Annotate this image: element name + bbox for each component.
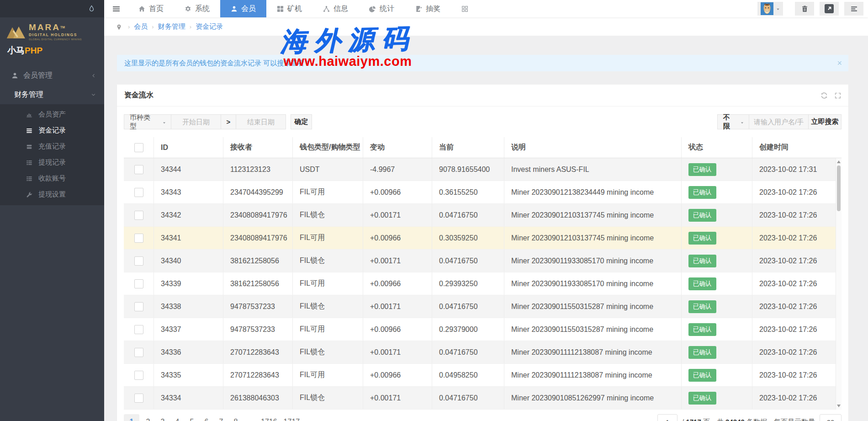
list-button[interactable]	[844, 2, 863, 16]
breadcrumb-member[interactable]: 会员	[134, 22, 148, 31]
nav-item-lottery[interactable]: 抽奖	[405, 0, 451, 17]
table-row: 34335270712283643FIL可用+0.009660.04958250…	[124, 364, 842, 387]
funds-flow-panel: 资金流水 币种类型 > 确定	[117, 85, 848, 421]
table-cell: 2023-10-02 17:26	[752, 341, 842, 363]
row-checkbox[interactable]	[134, 394, 143, 403]
scroll-down-arrow[interactable]	[837, 405, 841, 407]
search-input[interactable]	[749, 114, 809, 129]
currency-type-select[interactable]: 币种类型	[124, 114, 171, 129]
page-button-1716[interactable]: 1716	[259, 414, 279, 421]
row-checkbox[interactable]	[134, 371, 143, 380]
table-cell: 已确认	[682, 318, 752, 341]
page-button-3[interactable]: 3	[157, 414, 169, 421]
table-cell: 34341	[154, 227, 223, 249]
expand-icon[interactable]	[835, 91, 841, 100]
table-row: 3434223408089417976FIL锁仓+0.001710.047167…	[124, 204, 842, 227]
row-checkbox[interactable]	[134, 348, 143, 357]
menu-toggle-button[interactable]	[104, 5, 128, 13]
table-cell: 0.29379000	[432, 318, 504, 341]
miner-icon	[277, 5, 284, 12]
table-cell: 2023-10-02 17:26	[752, 387, 842, 409]
apps-icon	[461, 5, 468, 12]
sidebar-item-finance-management[interactable]: 财务管理	[0, 85, 104, 104]
select-all-checkbox[interactable]	[134, 143, 143, 152]
table-row: 34334261388046303FIL锁仓+0.001710.04716750…	[124, 387, 842, 410]
brand-logo[interactable]: MARATM DIGITAL HOLDINGS GLOBAL DIGITAL C…	[6, 23, 104, 41]
row-checkbox[interactable]	[134, 302, 143, 311]
sidebar-subitem-payment-accounts[interactable]: 收款账号	[0, 171, 104, 187]
table-cell: 已确认	[682, 387, 752, 409]
trash-button[interactable]	[795, 2, 814, 16]
subitem-label: 会员资产	[38, 110, 66, 119]
caret-down-icon	[740, 118, 744, 126]
page-size-select[interactable]: 20	[820, 414, 842, 421]
start-date-input[interactable]	[171, 114, 221, 129]
page-button-8[interactable]: 8	[230, 414, 242, 421]
breadcrumb-fund-records[interactable]: 资金记录	[196, 22, 223, 31]
app-root: MARATM DIGITAL HOLDINGS GLOBAL DIGITAL C…	[0, 0, 868, 421]
row-checkbox[interactable]	[134, 256, 143, 266]
page-button-1[interactable]: 1	[124, 414, 139, 421]
page-button-4[interactable]: 4	[171, 414, 183, 421]
column-header: 状态	[682, 137, 752, 158]
alert-close-button[interactable]: ×	[837, 59, 842, 68]
table-cell: FIL可用	[293, 227, 363, 249]
sidebar-item-member-management[interactable]: 会员管理	[0, 66, 104, 85]
row-checkbox[interactable]	[134, 279, 143, 288]
table-cell: +0.00171	[363, 250, 432, 272]
table-cell: 23408089417976	[223, 227, 293, 249]
pie-icon	[369, 5, 376, 12]
nav-label: 抽奖	[426, 4, 440, 14]
row-checkbox[interactable]	[134, 188, 143, 197]
sidebar-subitem-fund-records[interactable]: 资金记录	[0, 123, 104, 139]
nav-item-member[interactable]: 会员	[220, 0, 266, 17]
page-jump-input[interactable]	[657, 414, 677, 421]
scope-select[interactable]: 不限	[717, 114, 749, 129]
nav-item-home[interactable]: 首页	[128, 0, 174, 17]
sidebar-subitem-withdraw-settings[interactable]: 提现设置	[0, 187, 104, 203]
sidebar-subitem-member-assets[interactable]: 会员资产	[0, 107, 104, 123]
row-checkbox[interactable]	[134, 165, 143, 174]
nav-label: 会员	[241, 4, 256, 14]
user-menu[interactable]	[757, 2, 783, 16]
nav-item-system[interactable]: 系统	[174, 0, 220, 17]
nav-label: 矿机	[287, 4, 302, 14]
table-cell: 已确认	[682, 181, 752, 203]
topbar: 首页系统会员矿机信息统计抽奖	[104, 0, 868, 17]
table-scrollbar[interactable]	[836, 158, 842, 410]
end-date-input[interactable]	[236, 114, 286, 129]
table-cell: Miner 202309011112138087 mining income	[504, 364, 682, 386]
nav-item-miner[interactable]: 矿机	[266, 0, 312, 17]
scrollbar-thumb[interactable]	[837, 165, 841, 211]
list-icon	[850, 5, 858, 13]
page-button-5[interactable]: 5	[186, 414, 198, 421]
refresh-icon[interactable]	[821, 91, 827, 100]
table-cell: Miner 202309010851262997 mining income	[504, 387, 682, 409]
page-button-2[interactable]: 2	[142, 414, 154, 421]
search-button[interactable]: 立即搜索	[808, 114, 842, 129]
nav-item-stats[interactable]: 统计	[359, 0, 405, 17]
row-checkbox[interactable]	[134, 234, 143, 243]
page-button-7[interactable]: 7	[215, 414, 227, 421]
nav-label: 首页	[149, 4, 164, 14]
chevron-down-icon	[91, 91, 96, 99]
sidebar-subitem-withdraw-records[interactable]: 提现记录	[0, 155, 104, 171]
user-icon	[231, 5, 238, 12]
nav-item-info[interactable]: 信息	[312, 0, 359, 17]
table-cell: USDT	[293, 158, 363, 181]
table-cell: 2023-10-02 17:26	[752, 250, 842, 272]
wrench-icon	[26, 192, 32, 198]
breadcrumb-finance[interactable]: 财务管理	[158, 22, 185, 31]
row-checkbox[interactable]	[134, 211, 143, 220]
table-cell: FIL可用	[293, 181, 363, 203]
nav-item-apps[interactable]	[451, 0, 482, 17]
row-checkbox[interactable]	[134, 325, 143, 334]
page-button-1717[interactable]: 1717	[282, 414, 302, 421]
date-range-arrow-button[interactable]: >	[221, 114, 236, 129]
external-link-button[interactable]	[820, 2, 839, 16]
confirm-button[interactable]: 确定	[291, 114, 312, 129]
page-button-6[interactable]: 6	[201, 414, 212, 421]
scroll-up-arrow[interactable]	[837, 160, 841, 163]
user-icon	[11, 72, 18, 79]
sidebar-subitem-recharge-records[interactable]: 充值记录	[0, 139, 104, 155]
